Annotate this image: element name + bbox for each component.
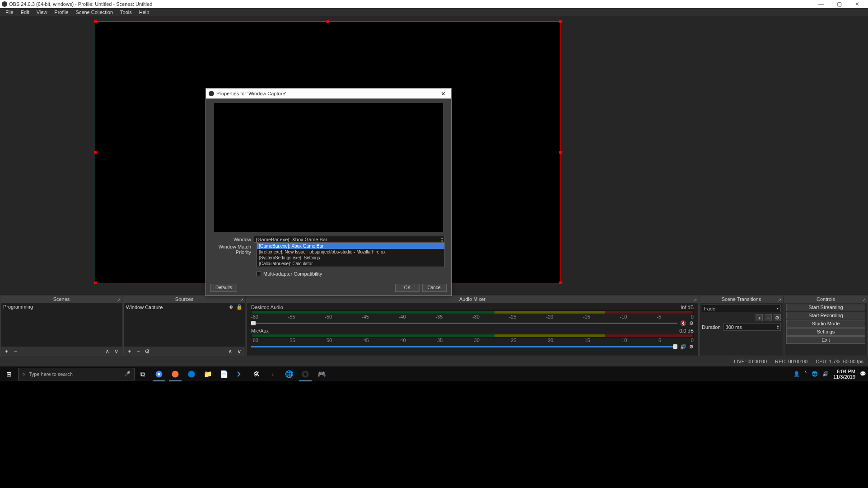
panel-popout-icon[interactable]: ↗ [862, 296, 866, 303]
vscode-icon[interactable] [232, 366, 248, 381]
lock-icon[interactable]: 🔒 [236, 304, 243, 310]
remove-transition-button[interactable]: － [765, 314, 772, 321]
remove-scene-button[interactable]: － [12, 347, 19, 355]
edge-icon[interactable] [183, 366, 200, 381]
transition-settings-button[interactable]: ⚙ [774, 314, 781, 321]
dialog-close-button[interactable]: ✕ [438, 90, 448, 97]
scenes-panel: Scenes ↗ Programming ＋ － ∧ ∨ [0, 296, 122, 356]
explorer-icon[interactable]: 📁 [200, 366, 216, 381]
svg-point-3 [188, 371, 195, 377]
dropdown-option[interactable]: [Calculator.exe]: Calculator [257, 261, 444, 267]
panel-popout-icon[interactable]: ↗ [778, 296, 781, 303]
track-settings-icon[interactable]: ⚙ [689, 320, 694, 326]
multi-adapter-checkbox[interactable] [257, 272, 261, 276]
panel-popout-icon[interactable]: ↗ [240, 296, 243, 303]
firefox-icon[interactable] [167, 366, 183, 381]
window-select-dropdown: [GameBar.exe]: Xbox Game Bar [firefox.ex… [257, 243, 445, 267]
volume-slider[interactable] [251, 346, 677, 347]
move-up-button[interactable]: ∧ [227, 347, 234, 355]
duration-spinbox[interactable]: 300 ms ▲▼ [723, 323, 781, 331]
resize-handle-icon[interactable] [559, 20, 562, 23]
clock-time: 6:04 PM [833, 369, 855, 374]
settings-button[interactable]: Settings [786, 328, 865, 336]
scene-item[interactable]: Programming [1, 303, 122, 311]
mute-icon[interactable]: 🔇 [680, 320, 686, 326]
app-icon[interactable]: 🛠 [248, 366, 265, 381]
menu-file[interactable]: File [2, 9, 17, 15]
notepad-icon[interactable]: 📄 [216, 366, 232, 381]
add-transition-button[interactable]: ＋ [756, 314, 763, 321]
move-down-button[interactable]: ∨ [236, 347, 243, 355]
notifications-icon[interactable]: 💬 [860, 371, 866, 377]
sources-panel: Sources ↗ Window Capture 👁 🔒 ＋ － ⚙ ∧ ∨ [123, 296, 245, 356]
track-settings-icon[interactable]: ⚙ [689, 344, 694, 350]
start-recording-button[interactable]: Start Recording [786, 312, 865, 319]
resize-handle-icon[interactable] [327, 20, 329, 23]
network-icon[interactable]: 🌐 [812, 371, 818, 377]
window-field-label: Window [212, 237, 254, 242]
cancel-button[interactable]: Cancel [422, 284, 447, 292]
start-streaming-button[interactable]: Start Streaming [786, 304, 865, 311]
menu-tools[interactable]: Tools [117, 9, 135, 15]
resize-handle-icon[interactable] [559, 282, 562, 284]
menu-help[interactable]: Help [135, 9, 153, 15]
track-name: Desktop Audio [251, 305, 283, 310]
dialog-title-bar[interactable]: Properties for 'Window Capture' ✕ [206, 89, 451, 99]
obs-taskbar-icon[interactable] [297, 366, 313, 381]
window-minimize-button[interactable]: — [812, 1, 830, 7]
panel-popout-icon[interactable]: ↗ [693, 296, 697, 303]
plex-icon[interactable]: › [265, 366, 281, 381]
window-title-bar: OBS 24.0.3 (64-bit, windows) - Profile: … [0, 0, 868, 8]
resize-handle-icon[interactable] [94, 151, 97, 154]
app-icon[interactable]: 🎮 [313, 366, 330, 381]
caret-icon: ▴▾ [441, 236, 443, 243]
task-view-icon[interactable]: ⧉ [135, 366, 151, 381]
resize-handle-icon[interactable] [94, 282, 97, 284]
studio-mode-button[interactable]: Studio Mode [786, 320, 865, 328]
window-select[interactable]: [GameBar.exe]: Xbox Game Bar ▴▾ [254, 236, 445, 243]
defaults-button[interactable]: Defaults [210, 284, 237, 292]
exit-button[interactable]: Exit [786, 336, 865, 344]
dropdown-option[interactable]: [GameBar.exe]: Xbox Game Bar [257, 243, 444, 249]
remove-source-button[interactable]: － [135, 347, 142, 355]
menu-view[interactable]: View [33, 9, 51, 15]
resize-handle-icon[interactable] [94, 20, 97, 23]
add-source-button[interactable]: ＋ [126, 347, 133, 355]
window-maximize-button[interactable]: ▢ [830, 1, 848, 7]
mixer-track-desktop: Desktop Audio -inf dB -60-55-50-45-40-35… [248, 304, 696, 327]
visibility-icon[interactable]: 👁 [229, 305, 233, 310]
ok-button[interactable]: OK [395, 284, 420, 292]
dropdown-option[interactable]: [SystemSettings.exe]: Settings [257, 255, 444, 261]
source-properties-button[interactable]: ⚙ [144, 347, 151, 355]
app-icon[interactable]: 🌐 [281, 366, 297, 381]
move-down-button[interactable]: ∨ [113, 347, 120, 355]
taskbar-search[interactable]: ○ Type here to search 🎤 [18, 368, 135, 380]
spin-caret-icon[interactable]: ▲▼ [776, 324, 779, 330]
transition-select[interactable]: Fade ▾ [702, 305, 781, 312]
panel-title: Scenes [53, 296, 70, 302]
add-scene-button[interactable]: ＋ [3, 347, 10, 355]
volume-slider[interactable] [251, 323, 677, 324]
speaker-icon[interactable]: 🔊 [680, 344, 686, 350]
menu-scene-collection[interactable]: Scene Collection [72, 9, 117, 15]
panel-popout-icon[interactable]: ↗ [117, 296, 121, 303]
panel-title: Sources [175, 296, 193, 302]
obs-app-icon [2, 1, 7, 7]
people-icon[interactable]: 👤 [793, 371, 800, 377]
resize-handle-icon[interactable] [559, 151, 562, 154]
chrome-icon[interactable] [151, 366, 167, 381]
menu-profile[interactable]: Profile [51, 9, 72, 15]
menu-edit[interactable]: Edit [17, 9, 33, 15]
dialog-preview [214, 103, 443, 232]
caret-icon: ▾ [777, 306, 779, 310]
start-button[interactable]: ⊞ [0, 371, 18, 378]
move-up-button[interactable]: ∧ [104, 347, 111, 355]
taskbar-clock[interactable]: 6:04 PM 11/3/2019 [833, 369, 855, 380]
menu-bar: File Edit View Profile Scene Collection … [0, 8, 868, 16]
tray-overflow-icon[interactable]: ˄ [804, 371, 807, 377]
source-item[interactable]: Window Capture 👁 🔒 [124, 303, 245, 311]
dropdown-option[interactable]: [firefox.exe]: New Issue · obsproject/ob… [257, 249, 444, 255]
mic-icon[interactable]: 🎤 [124, 371, 131, 377]
volume-icon[interactable]: 🔊 [822, 371, 829, 377]
window-close-button[interactable]: ✕ [848, 1, 866, 7]
